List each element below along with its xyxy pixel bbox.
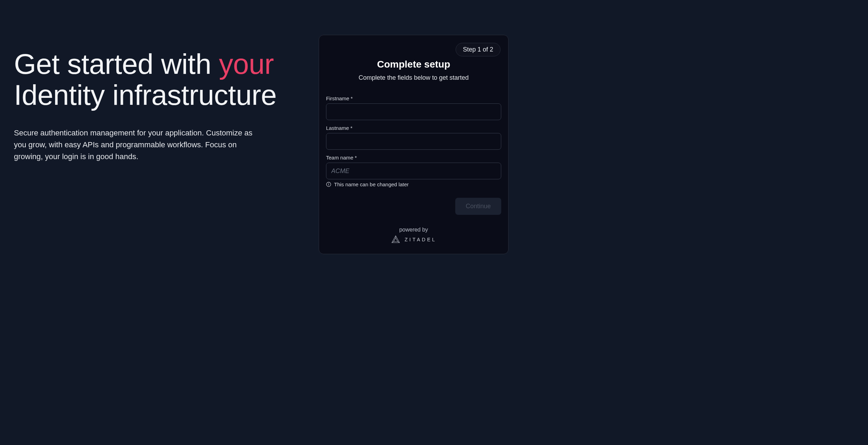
hero-subtitle: Secure authentication management for you…	[14, 127, 254, 163]
teamname-hint: This name can be changed later	[326, 181, 501, 187]
hero-title-pre: Get started with	[14, 48, 219, 80]
info-icon	[326, 182, 331, 187]
hero-title: Get started with your Identity infrastru…	[14, 49, 298, 110]
setup-card: Step 1 of 2 Complete setup Complete the …	[319, 35, 509, 254]
firstname-label: Firstname *	[326, 95, 501, 101]
teamname-field-wrapper: Team name * This name can be changed lat…	[326, 155, 501, 187]
hero-title-post: Identity infrastructure	[14, 79, 277, 111]
hero-section: Get started with your Identity infrastru…	[14, 35, 298, 163]
card-subtitle: Complete the fields below to get started	[326, 74, 501, 81]
card-title: Complete setup	[326, 59, 501, 70]
powered-by-section: powered by ZITADEL	[326, 227, 501, 245]
hero-title-accent: your	[219, 48, 274, 80]
brand-name: ZITADEL	[405, 237, 437, 242]
step-badge: Step 1 of 2	[456, 43, 501, 56]
firstname-field-wrapper: Firstname *	[326, 95, 501, 120]
lastname-field-wrapper: Lastname *	[326, 125, 501, 150]
card-header: Complete setup Complete the fields below…	[326, 59, 501, 81]
teamname-input[interactable]	[326, 163, 501, 179]
powered-by-text: powered by	[326, 227, 501, 233]
card-actions: Continue	[326, 198, 501, 215]
zitadel-icon	[391, 235, 401, 244]
lastname-input[interactable]	[326, 133, 501, 150]
teamname-hint-text: This name can be changed later	[334, 181, 409, 187]
lastname-label: Lastname *	[326, 125, 501, 131]
continue-button[interactable]: Continue	[455, 198, 501, 215]
teamname-label: Team name *	[326, 155, 501, 161]
svg-point-2	[328, 183, 329, 184]
firstname-input[interactable]	[326, 103, 501, 120]
brand-logo: ZITADEL	[391, 235, 437, 244]
